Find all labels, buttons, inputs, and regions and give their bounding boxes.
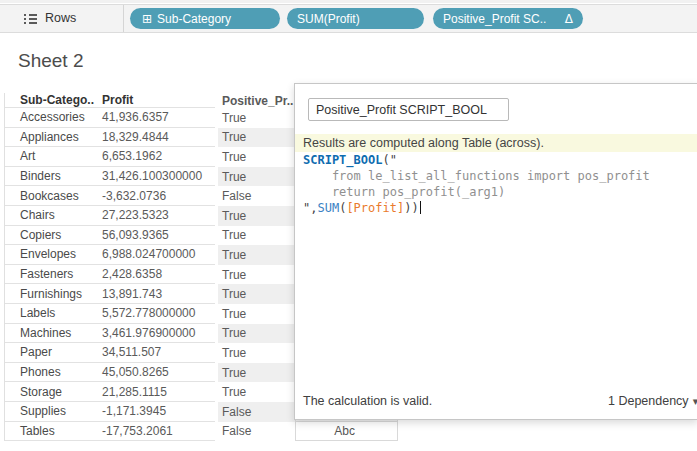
pill-sub-category[interactable]: ⊞ Sub-Category bbox=[130, 8, 280, 29]
subcategory-cell[interactable]: Paper bbox=[5, 343, 102, 363]
bool-cell[interactable]: True bbox=[218, 324, 295, 344]
subcategory-cell[interactable]: Furnishings bbox=[5, 284, 102, 304]
function-token: SUM bbox=[317, 201, 339, 215]
profit-cell[interactable]: -3,632.0736 bbox=[102, 186, 215, 206]
expand-plus-icon[interactable]: ⊞ bbox=[142, 12, 152, 26]
bool-cell[interactable]: True bbox=[218, 147, 295, 167]
pill-sum-profit[interactable]: SUM(Profit) bbox=[287, 8, 424, 29]
profit-cell[interactable]: 6,988.024700000 bbox=[102, 245, 215, 265]
bool-cell[interactable]: True bbox=[218, 343, 295, 363]
punct-token: ", bbox=[303, 201, 317, 215]
pill-positive-profit-script-bool[interactable]: Positive_Profit SC.. Δ bbox=[433, 8, 583, 29]
bool-cell[interactable]: True bbox=[218, 206, 295, 226]
table-row: Tables -17,753.2061 False Abc bbox=[5, 422, 697, 442]
profit-cell[interactable]: 13,891.743 bbox=[102, 284, 215, 304]
subcategory-cell[interactable]: Bookcases bbox=[5, 186, 102, 206]
header-positive-profit[interactable]: Positive_Pr.. bbox=[218, 93, 295, 108]
subcategory-cell[interactable]: Binders bbox=[5, 167, 102, 187]
subcategory-cell[interactable]: Copiers bbox=[5, 226, 102, 246]
calculation-editor-dialog: Results are computed along Table (across… bbox=[294, 83, 697, 420]
profit-cell[interactable]: 6,653.1962 bbox=[102, 147, 215, 167]
subcategory-cell[interactable]: Labels bbox=[5, 304, 102, 324]
pane-abc-cell[interactable]: Abc bbox=[295, 422, 398, 442]
pill-label: Positive_Profit SC.. bbox=[443, 12, 546, 26]
profit-cell[interactable]: 18,329.4844 bbox=[102, 128, 215, 148]
subcategory-cell[interactable]: Art bbox=[5, 147, 102, 167]
profit-cell[interactable]: 5,572.778000000 bbox=[102, 304, 215, 324]
field-token: [Profit] bbox=[346, 201, 404, 215]
formula-editor[interactable]: SCRIPT_BOOL(" from le_list_all_functions… bbox=[303, 152, 650, 216]
profit-cell[interactable]: 45,050.8265 bbox=[102, 363, 215, 383]
profit-cell[interactable]: -17,753.2061 bbox=[102, 422, 215, 442]
pill-label: SUM(Profit) bbox=[297, 12, 360, 26]
profit-cell[interactable]: 21,285.1115 bbox=[102, 382, 215, 402]
profit-cell[interactable]: 2,428.6358 bbox=[102, 265, 215, 285]
bool-cell[interactable]: True bbox=[218, 226, 295, 246]
header-sub-category[interactable]: Sub-Catego.. bbox=[5, 93, 102, 108]
profit-cell[interactable]: -1,171.3945 bbox=[102, 402, 215, 422]
bool-cell[interactable]: True bbox=[218, 363, 295, 383]
validation-status: The calculation is valid. bbox=[303, 394, 432, 408]
pill-label: Sub-Category bbox=[157, 12, 231, 26]
punct-token: (" bbox=[382, 153, 396, 167]
bool-cell[interactable]: True bbox=[218, 265, 295, 285]
dependency-label: 1 Dependency bbox=[608, 394, 689, 408]
subcategory-cell[interactable]: Tables bbox=[5, 422, 102, 442]
profit-cell[interactable]: 34,511.507 bbox=[102, 343, 215, 363]
subcategory-cell[interactable]: Accessories bbox=[5, 108, 102, 128]
subcategory-cell[interactable]: Appliances bbox=[5, 128, 102, 148]
bool-cell[interactable]: True bbox=[218, 167, 295, 187]
bool-cell[interactable]: False bbox=[218, 402, 295, 422]
caret-down-icon: ▾ bbox=[689, 395, 697, 407]
bool-cell[interactable]: True bbox=[218, 284, 295, 304]
subcategory-cell[interactable]: Phones bbox=[5, 363, 102, 383]
sheet-title: Sheet 2 bbox=[18, 50, 84, 72]
rows-shelf: Rows ⊞ Sub-Category SUM(Profit) Positive… bbox=[0, 4, 697, 33]
profit-cell[interactable]: 3,461.976900000 bbox=[102, 324, 215, 344]
bool-cell[interactable]: True bbox=[218, 128, 295, 148]
subcategory-cell[interactable]: Envelopes bbox=[5, 245, 102, 265]
subcategory-cell[interactable]: Chairs bbox=[5, 206, 102, 226]
compute-along-banner: Results are computed along Table (across… bbox=[295, 134, 697, 152]
profit-cell[interactable]: 31,426.100300000 bbox=[102, 167, 215, 187]
window-top-strip bbox=[0, 0, 697, 3]
bool-cell[interactable]: True bbox=[218, 108, 295, 128]
text-cursor bbox=[420, 201, 421, 214]
shelf-separator bbox=[123, 5, 124, 32]
subcategory-cell[interactable]: Fasteners bbox=[5, 265, 102, 285]
punct-token: )) bbox=[404, 201, 418, 215]
dependency-dropdown[interactable]: 1 Dependency▾ bbox=[608, 394, 697, 408]
subcategory-cell[interactable]: Supplies bbox=[5, 402, 102, 422]
rows-shelf-icon bbox=[24, 14, 37, 25]
profit-cell[interactable]: 27,223.5323 bbox=[102, 206, 215, 226]
rows-shelf-label: Rows bbox=[45, 5, 76, 32]
string-line: from le_list_all_functions import pos_pr… bbox=[303, 169, 650, 183]
delta-table-calc-icon: Δ bbox=[559, 12, 573, 26]
bool-cell[interactable]: False bbox=[218, 422, 295, 442]
profit-cell[interactable]: 41,936.6357 bbox=[102, 108, 215, 128]
subcategory-cell[interactable]: Machines bbox=[5, 324, 102, 344]
bool-cell[interactable]: True bbox=[218, 245, 295, 265]
bool-cell[interactable]: False bbox=[218, 186, 295, 206]
header-profit[interactable]: Profit bbox=[102, 93, 215, 108]
string-line: return pos_profit(_arg1) bbox=[303, 185, 505, 199]
subcategory-cell[interactable]: Storage bbox=[5, 382, 102, 402]
keyword-token: SCRIPT_BOOL bbox=[303, 153, 382, 167]
bool-cell[interactable]: True bbox=[218, 382, 295, 402]
calculation-name-input[interactable] bbox=[308, 98, 509, 121]
bool-cell[interactable]: True bbox=[218, 304, 295, 324]
profit-cell[interactable]: 56,093.9365 bbox=[102, 226, 215, 246]
